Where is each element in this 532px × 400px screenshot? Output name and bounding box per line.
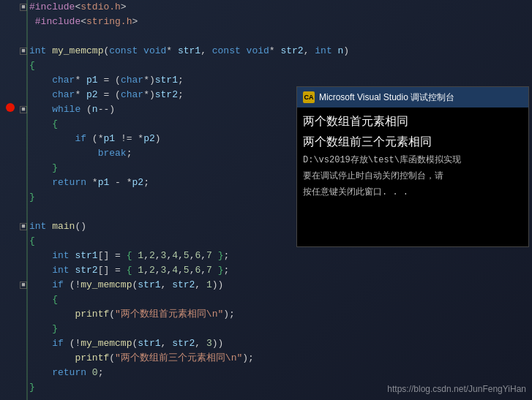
console-output-line2: 两个数组前三个元素相同	[303, 132, 522, 151]
console-window: CA Microsoft Visual Studio 调试控制台 两个数组首元素…	[296, 86, 529, 247]
console-output-line1: 两个数组首元素相同	[303, 112, 522, 131]
code-line: {	[0, 293, 532, 307]
code-line: #include<string.h>	[0, 15, 532, 29]
console-title: Microsoft Visual Studio 调试控制台	[319, 91, 454, 104]
code-line	[0, 29, 532, 44]
console-path: D:\vs2019存放\test\库函数模拟实现	[303, 154, 522, 167]
code-line: printf("两个数组首元素相同\n");	[0, 307, 532, 322]
vs-icon: CA	[303, 91, 315, 103]
code-line: ■ if (!my_memcmp(str1, str2, 1))	[0, 278, 532, 293]
code-line: return 0;	[0, 366, 532, 380]
code-line: ■ int my_memcmp(const void* str1, const …	[0, 44, 532, 59]
console-body: 两个数组首元素相同 两个数组前三个元素相同 D:\vs2019存放\test\库…	[297, 107, 528, 246]
code-line: printf("两个数组前三个元素相同\n");	[0, 351, 532, 366]
code-line: }	[0, 322, 532, 336]
code-line: {	[0, 59, 532, 73]
code-line: int str1[] = { 1,2,3,4,5,6,7 };	[0, 249, 532, 263]
console-titlebar: CA Microsoft Visual Studio 调试控制台	[297, 87, 528, 107]
code-line: ■ #include<stdio.h>	[0, 0, 532, 15]
margin-line	[26, 0, 28, 400]
code-line: if (!my_memcmp(str1, str2, 3))	[0, 336, 532, 351]
code-line: int str2[] = { 1,2,3,4,5,6,7 };	[0, 263, 532, 278]
code-line: char* p1 = (char*)str1;	[0, 73, 532, 88]
watermark: https://blog.csdn.net/JunFengYiHan	[387, 384, 526, 394]
console-instruction2: 按任意键关闭此窗口. . .	[303, 186, 522, 199]
console-instruction1: 要在调试停止时自动关闭控制台，请	[303, 170, 522, 183]
